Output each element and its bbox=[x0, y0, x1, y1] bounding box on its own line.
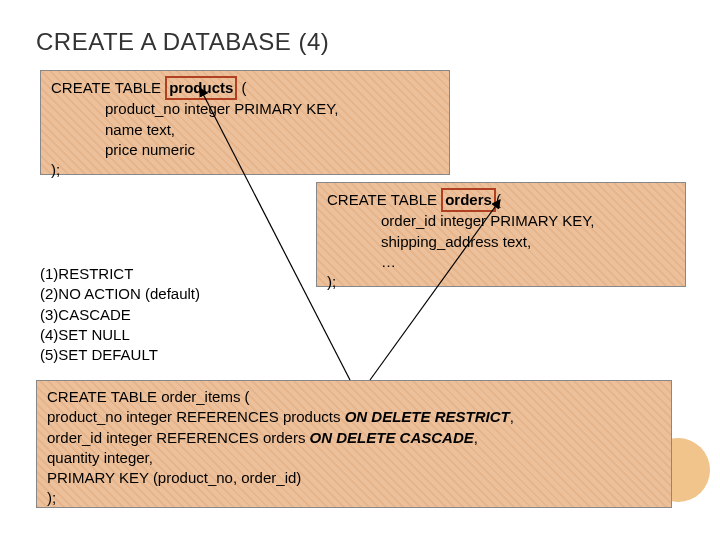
code-box-orders: CREATE TABLE orders( order_id integer PR… bbox=[316, 182, 686, 287]
option-item: (2)NO ACTION (default) bbox=[40, 284, 200, 304]
code-line: order_id integer PRIMARY KEY, bbox=[327, 211, 675, 231]
on-delete-restrict: ON DELETE RESTRICT bbox=[345, 408, 510, 425]
option-item: (5)SET DEFAULT bbox=[40, 345, 200, 365]
text: CREATE TABLE bbox=[51, 79, 165, 96]
text: ( bbox=[237, 79, 246, 96]
option-item: (3)CASCADE bbox=[40, 305, 200, 325]
code-line: ); bbox=[47, 488, 661, 508]
code-box-orderitems: CREATE TABLE order_items ( product_no in… bbox=[36, 380, 672, 508]
text: , bbox=[474, 429, 478, 446]
code-line: quantity integer, bbox=[47, 448, 661, 468]
code-line: name text, bbox=[51, 120, 439, 140]
slide: CREATE A DATABASE (4) CREATE TABLE produ… bbox=[0, 0, 720, 540]
highlight-products: products bbox=[165, 76, 237, 100]
text: CREATE TABLE bbox=[327, 191, 441, 208]
text: product_no integer REFERENCES products bbox=[47, 408, 345, 425]
code-line: … bbox=[327, 252, 675, 272]
code-box-products: CREATE TABLE products ( product_no integ… bbox=[40, 70, 450, 175]
slide-title: CREATE A DATABASE (4) bbox=[36, 28, 684, 56]
code-line: price numeric bbox=[51, 140, 439, 160]
options-list: (1)RESTRICT (2)NO ACTION (default) (3)CA… bbox=[40, 264, 200, 365]
on-delete-cascade: ON DELETE CASCADE bbox=[310, 429, 474, 446]
code-line: ); bbox=[51, 161, 60, 178]
code-line: ); bbox=[327, 273, 336, 290]
code-line: order_id integer REFERENCES orders ON DE… bbox=[47, 428, 661, 448]
option-item: (1)RESTRICT bbox=[40, 264, 200, 284]
text: , bbox=[510, 408, 514, 425]
code-line: shipping_address text, bbox=[327, 232, 675, 252]
text: order_id integer REFERENCES orders bbox=[47, 429, 310, 446]
code-line: CREATE TABLE order_items ( bbox=[47, 387, 661, 407]
highlight-orders: orders bbox=[441, 188, 496, 212]
text: ( bbox=[496, 191, 501, 208]
code-line: PRIMARY KEY (product_no, order_id) bbox=[47, 468, 661, 488]
code-line: product_no integer PRIMARY KEY, bbox=[51, 99, 439, 119]
code-line: product_no integer REFERENCES products O… bbox=[47, 407, 661, 427]
option-item: (4)SET NULL bbox=[40, 325, 200, 345]
